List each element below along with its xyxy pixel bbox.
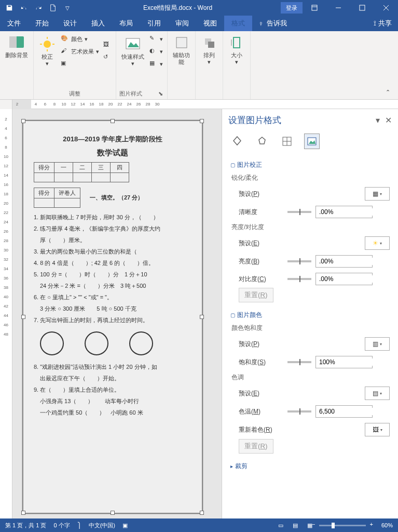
color-button[interactable]: 🎨颜色 ▾ — [60, 33, 100, 45]
save-button[interactable] — [2, 1, 17, 15]
picture-layout-button[interactable]: ▦▾ — [148, 58, 164, 70]
pane-close-button[interactable]: ✕ — [385, 115, 392, 125]
picture-border-button[interactable]: ✎▾ — [148, 33, 164, 45]
effects-tab[interactable] — [254, 134, 270, 149]
maximize-button[interactable] — [350, 0, 374, 16]
compress-button[interactable]: ▣ — [60, 58, 100, 70]
tab-format[interactable]: 格式 — [224, 16, 252, 31]
artistic-effects-button[interactable]: 🖌艺术效果 ▾ — [60, 46, 100, 57]
spellcheck-icon[interactable]: ⎫ — [77, 522, 81, 529]
picture-tab[interactable] — [304, 134, 320, 149]
print-layout-button[interactable]: ▤ — [290, 521, 300, 530]
compress-icon: ▣ — [61, 60, 69, 68]
reset-corrections-button[interactable]: 重置(R) — [239, 288, 273, 302]
preset-saturation-button[interactable]: ▥▾ — [365, 337, 390, 351]
word-count[interactable]: 0 个字 — [53, 522, 70, 529]
horizontal-ruler[interactable]: 24681012141618202224262830 — [0, 100, 398, 109]
section-picture-corrections[interactable]: ▢图片校正 — [230, 158, 390, 171]
brightness-slider[interactable] — [287, 260, 311, 262]
page-indicator[interactable]: 第 1 页，共 1 页 — [5, 522, 46, 529]
tab-references[interactable]: 引用 — [140, 16, 168, 31]
format-picture-pane: 设置图片格式 ▾ ✕ ▢图片校正 锐化/柔化 预设(P) ▦▾ 清晰度 — [222, 109, 398, 529]
dialog-launcher-icon[interactable]: ⬊ — [157, 90, 164, 97]
contrast-slider[interactable] — [287, 278, 311, 280]
accessibility-button[interactable]: 辅助功 能 — [171, 33, 192, 66]
qat-customize-button[interactable]: ▽ — [60, 1, 75, 15]
tab-file[interactable]: 文件 — [0, 16, 28, 31]
new-doc-button[interactable] — [46, 1, 60, 15]
clarity-label: 清晰度 — [239, 208, 283, 217]
remove-background-button[interactable]: 删除背景 — [3, 33, 30, 60]
clarity-slider[interactable] — [287, 211, 311, 213]
sun-icon — [39, 36, 56, 52]
minimize-button[interactable] — [326, 0, 350, 16]
quick-access-toolbar: ▽ — [0, 1, 75, 15]
document-area[interactable]: 2018—2019 学年度上学期阶段性 数学试题 得分一二三四 得分评卷人 一、… — [12, 109, 222, 529]
preset-tone-button[interactable]: ▤▾ — [365, 387, 390, 400]
tab-view[interactable]: 视图 — [196, 16, 224, 31]
redo-button[interactable] — [31, 1, 46, 15]
preset-icon: ▦ — [373, 190, 378, 197]
preset-brightness-label: 预设(E) — [239, 239, 283, 248]
svg-rect-0 — [312, 5, 317, 10]
accessibility-indicator[interactable]: ▣ — [122, 522, 128, 529]
language-indicator[interactable]: 中文(中国) — [89, 522, 115, 529]
section-picture-color[interactable]: ▢图片颜色 — [230, 309, 390, 322]
tell-me-search[interactable]: ♀ 告诉我 — [252, 16, 293, 31]
brightness-input[interactable]: ▴▾ — [315, 255, 373, 268]
brush-icon: 🖌 — [61, 47, 69, 56]
tab-home[interactable]: 开始 — [28, 16, 56, 31]
svg-rect-18 — [234, 37, 240, 48]
brightness-label: 亮度(B) — [239, 257, 283, 266]
recolor-button[interactable]: 🖼▾ — [365, 423, 390, 436]
layout-tab[interactable] — [279, 134, 295, 149]
undo-button[interactable] — [17, 1, 31, 15]
pane-options-button[interactable]: ▾ — [376, 115, 380, 125]
group-remove-background: 删除背景 — [0, 31, 34, 99]
preset-sharpen-button[interactable]: ▦▾ — [365, 187, 390, 201]
collapse-ribbon-button[interactable]: ⌃ — [386, 89, 396, 97]
change-picture-button[interactable]: 🖼 — [102, 39, 113, 51]
tab-insert[interactable]: 插入 — [84, 16, 112, 31]
saturation-slider[interactable] — [287, 361, 311, 363]
group-accessibility: 辅助功 能 — [168, 31, 196, 99]
document-title: Excel情报局.docx - Word — [75, 4, 281, 12]
tab-layout[interactable]: 布局 — [112, 16, 140, 31]
login-button[interactable]: 登录 — [281, 2, 303, 14]
contrast-input[interactable]: ▴▾ — [315, 273, 373, 285]
accessibility-icon — [173, 34, 190, 51]
temperature-slider[interactable] — [287, 410, 311, 413]
ribbon-tabs: 文件 开始 设计 插入 布局 引用 审阅 视图 格式 ♀ 告诉我 ⟟ 共享 — [0, 16, 398, 31]
preset-brightness-button[interactable]: ☀▾ — [365, 236, 390, 250]
recolor-label: 重新着色(R) — [239, 425, 283, 434]
zoom-level[interactable]: 60% — [381, 522, 393, 528]
ribbon: 删除背景 校正▾ 🎨颜色 ▾ 🖌艺术效果 ▾ ▣ 🖼 ↺ 调整 快 — [0, 31, 398, 100]
read-mode-button[interactable]: ▭ — [276, 521, 286, 530]
corrections-button[interactable]: 校正▾ — [37, 35, 58, 68]
arrange-button[interactable]: 排列▾ — [199, 33, 219, 66]
zoom-slider[interactable] — [319, 525, 366, 526]
temperature-input[interactable]: ▴▾ — [315, 405, 373, 418]
sat-preset-icon: ▥ — [373, 340, 378, 348]
temperature-label: 色温(M) — [239, 407, 283, 416]
saturation-input[interactable]: ▴▾ — [315, 356, 373, 368]
reset-color-button[interactable]: 重置(R) — [239, 439, 273, 454]
border-icon: ✎ — [149, 35, 158, 43]
ribbon-display-button[interactable] — [303, 0, 326, 16]
tab-design[interactable]: 设计 — [56, 16, 84, 31]
quick-styles-button[interactable]: 快速样式▾ — [119, 35, 146, 68]
close-button[interactable] — [374, 0, 398, 16]
lightbulb-icon: ♀ — [258, 20, 264, 28]
svg-marker-20 — [259, 137, 265, 144]
title-bar: ▽ Excel情报局.docx - Word 登录 — [0, 0, 398, 16]
reset-picture-button[interactable]: ↺ — [102, 52, 113, 63]
clarity-input[interactable]: ▴▾ — [315, 206, 373, 218]
vertical-ruler[interactable]: 2468101214161820222426283032343638404244… — [0, 109, 12, 529]
fill-tab[interactable] — [229, 134, 245, 149]
size-button[interactable]: 大小▾ — [226, 33, 247, 66]
picture-effects-button[interactable]: ◐▾ — [148, 46, 164, 57]
share-button[interactable]: ⟟ 共享 — [367, 16, 398, 31]
section-crop[interactable]: ▸裁剪 — [230, 460, 390, 473]
selected-image[interactable]: 2018—2019 学年度上学期阶段性 数学试题 得分一二三四 得分评卷人 一、… — [22, 120, 203, 514]
tab-review[interactable]: 审阅 — [168, 16, 196, 31]
